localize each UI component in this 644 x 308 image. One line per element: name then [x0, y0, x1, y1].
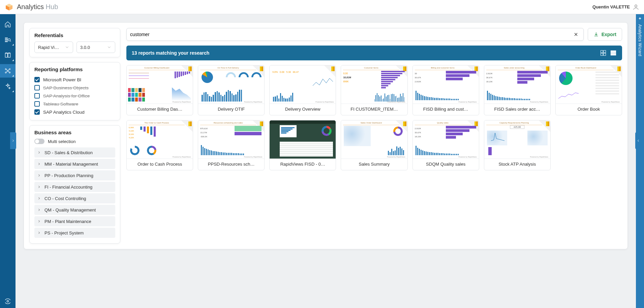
app-logo-icon — [5, 3, 13, 11]
top-bar: Analytics Hub Quentin VALETTE — [0, 0, 644, 14]
user-menu[interactable]: Quentin VALETTE — [592, 4, 639, 10]
app-title: Analytics Hub — [17, 3, 58, 11]
user-name: Quentin VALETTE — [592, 4, 630, 9]
svg-point-4 — [635, 5, 637, 7]
user-icon — [633, 4, 639, 10]
